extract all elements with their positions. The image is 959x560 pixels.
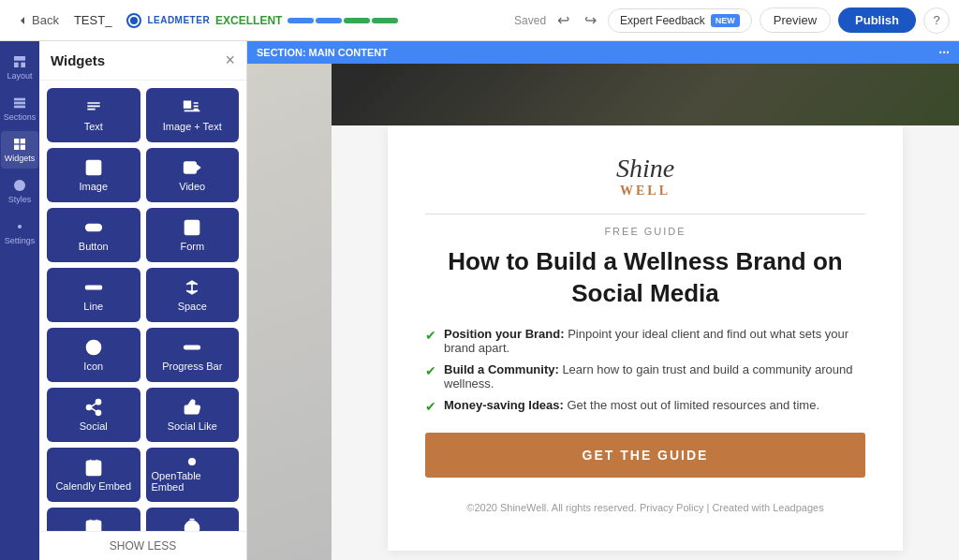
widget-progress-bar[interactable]: Progress Bar: [146, 328, 240, 382]
widget-space[interactable]: Space: [146, 268, 240, 322]
bullet-text-3: Money-saving Ideas: Get the most out of …: [444, 398, 819, 412]
svg-rect-3: [14, 98, 25, 101]
social-widget-icon: [84, 398, 103, 417]
svg-rect-8: [14, 145, 19, 150]
widget-image[interactable]: Image: [47, 148, 140, 202]
svg-point-28: [191, 460, 194, 463]
progress-bar-widget-icon: [183, 338, 201, 357]
excellent-label: EXCELLENT: [215, 14, 282, 27]
progress-seg-2: [316, 18, 342, 23]
progress-bars: [288, 18, 398, 23]
sidebar-item-widgets[interactable]: Widgets: [1, 131, 38, 169]
saved-status: Saved: [514, 14, 546, 27]
styles-icon: [12, 178, 27, 193]
sidebar-item-sections[interactable]: Sections: [1, 90, 38, 127]
bullet-list: ✔ Position your Brand: Pinpoint your ide…: [425, 327, 865, 414]
sidebar-item-widgets-label: Widgets: [5, 154, 36, 163]
progress-seg-1: [288, 18, 314, 23]
widget-icon[interactable]: Icon: [47, 328, 140, 382]
widget-social-like[interactable]: Social Like: [146, 388, 240, 442]
svg-rect-19: [85, 286, 101, 288]
help-button[interactable]: ?: [923, 7, 950, 34]
main-headline: How to Build a Wellness Brand on Social …: [425, 246, 865, 310]
check-icon-2: ✔: [425, 363, 436, 378]
svg-rect-17: [85, 225, 101, 231]
section-bar-label: SECTION: MAIN CONTENT: [257, 47, 388, 58]
widget-text[interactable]: Text: [47, 88, 140, 142]
svg-rect-6: [14, 139, 19, 143]
svg-rect-4: [14, 102, 25, 105]
svg-marker-16: [196, 165, 199, 171]
widgets-icon: [12, 137, 27, 152]
svg-rect-2: [21, 63, 25, 67]
svg-rect-1: [14, 63, 19, 67]
widgets-panel-title: Widgets: [51, 52, 105, 68]
widget-line[interactable]: Line: [47, 268, 140, 322]
svg-point-23: [96, 400, 100, 405]
date-widget-icon: [84, 518, 103, 531]
calendly-widget-icon: [84, 458, 103, 477]
footer-text: ©2020 ShineWell. All rights reserved. Pr…: [425, 493, 865, 523]
widget-social[interactable]: Social: [47, 388, 140, 442]
sidebar-item-layout-label: Layout: [7, 71, 32, 81]
show-less-button[interactable]: SHOW LESS: [39, 531, 246, 560]
sidebar-item-layout[interactable]: Layout: [1, 49, 38, 86]
svg-rect-5: [14, 106, 25, 109]
settings-icon: [12, 219, 27, 234]
redo-button[interactable]: ↪: [581, 7, 600, 33]
preview-button[interactable]: Preview: [760, 7, 831, 33]
progress-seg-4: [372, 18, 398, 23]
bullet-text-2: Build a Community: Learn how to gain tru…: [444, 362, 865, 391]
topbar: Back TEST_ LEADMETER EXCELLENT Saved ↩ ↪…: [0, 0, 959, 41]
divider: [425, 214, 865, 214]
cta-button[interactable]: GET THE GUIDE: [425, 433, 865, 478]
page-title: TEST_: [74, 13, 111, 27]
icon-widget-icon: [84, 338, 103, 357]
countdown-widget-icon: [183, 518, 201, 531]
brand-shine: Shine: [425, 154, 865, 184]
publish-button[interactable]: Publish: [838, 7, 916, 33]
widget-button[interactable]: Button: [47, 208, 140, 262]
list-item-1: ✔ Position your Brand: Pinpoint your ide…: [425, 327, 865, 355]
progress-seg-3: [344, 18, 370, 23]
leadmeter-section: LEADMETER EXCELLENT: [126, 13, 507, 28]
sidebar-item-settings[interactable]: Settings: [1, 214, 38, 251]
back-button[interactable]: Back: [9, 9, 66, 31]
leadmeter-label: LEADMETER: [147, 15, 210, 25]
free-guide-label: FREE GUIDE: [425, 226, 865, 237]
section-more-button[interactable]: ···: [938, 45, 950, 60]
sections-icon: [12, 96, 27, 111]
back-icon: [17, 15, 28, 26]
svg-rect-0: [14, 56, 25, 61]
svg-rect-26: [86, 461, 100, 475]
icon-sidebar: Layout Sections Widgets Styles Settings: [0, 41, 39, 560]
expert-feedback-button[interactable]: Expert Feedback NEW: [608, 8, 752, 33]
main-layout: Layout Sections Widgets Styles Settings …: [0, 41, 959, 560]
new-badge: NEW: [711, 14, 740, 27]
widget-date[interactable]: Date: [47, 508, 140, 531]
topbar-actions: ↩ ↪ Expert Feedback NEW Preview Publish …: [553, 7, 950, 34]
line-widget-icon: [84, 278, 103, 297]
widgets-panel-header: Widgets ×: [39, 41, 246, 81]
widget-image-text[interactable]: Image + Text: [146, 88, 240, 142]
image-widget-icon: [84, 158, 103, 177]
undo-button[interactable]: ↩: [553, 7, 573, 33]
check-icon-3: ✔: [425, 399, 436, 414]
list-item-3: ✔ Money-saving Ideas: Get the most out o…: [425, 398, 865, 414]
left-decorative-panel: [247, 62, 332, 560]
back-label: Back: [32, 13, 59, 27]
widgets-panel-close[interactable]: ×: [225, 51, 235, 70]
sidebar-item-settings-label: Settings: [5, 236, 36, 245]
widget-form[interactable]: Form: [146, 208, 240, 262]
svg-rect-12: [184, 101, 191, 108]
widget-opentable[interactable]: OpenTable Embed: [146, 448, 240, 502]
video-widget-icon: [183, 158, 201, 177]
space-widget-icon: [183, 278, 201, 297]
brand-logo: Shine WELL: [425, 154, 865, 199]
layout-icon: [12, 54, 27, 69]
widget-countdown[interactable]: Countdown: [146, 508, 240, 531]
widget-video[interactable]: Video: [146, 148, 240, 202]
widget-calendly[interactable]: Calendly Embed: [47, 448, 140, 502]
list-item-2: ✔ Build a Community: Learn how to gain t…: [425, 362, 865, 391]
sidebar-item-styles[interactable]: Styles: [1, 172, 38, 210]
